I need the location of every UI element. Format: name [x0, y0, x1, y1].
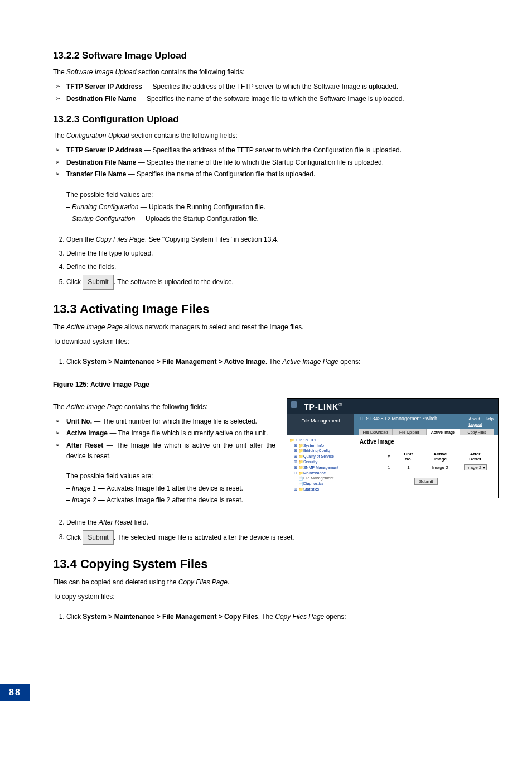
tree-bridging[interactable]: ⊞ 📁Bridging Config	[289, 448, 351, 454]
steps-after-reset: Define the After Reset field. Click Subm…	[53, 516, 499, 545]
steps-13-3: Click System > Maintenance > File Manage…	[53, 356, 499, 368]
heading-13-2-2: 13.2.2 Software Image Upload	[53, 50, 499, 61]
step-item: Define the fields.	[66, 261, 499, 273]
table-row: 1 1 Image 2 Image 2 ▾	[383, 464, 491, 471]
brand-logo: TP-LINK®	[304, 402, 492, 411]
td-hash: 1	[383, 464, 394, 471]
td-unit: 1	[395, 464, 421, 471]
screenshot-active-image: TP-LINK® File Management TL-SL3428 L2 Ma…	[287, 398, 499, 498]
fields-list: Unit No. — The unit number for which the…	[53, 416, 275, 461]
tab-active-image[interactable]: Active Image	[427, 429, 461, 435]
list-item: Transfer File Name — Specifies the name …	[53, 169, 499, 180]
intro-13-4-copy: To copy system files:	[53, 592, 499, 602]
nav-tree: 📁 192.168.0.1 ⊞ 📁System Info ⊞ 📁Bridging…	[287, 435, 354, 498]
help-link[interactable]: Help	[485, 416, 494, 421]
steps-upload: Open the Copy Files Page. See "Copying S…	[53, 233, 499, 290]
active-image-table: # Unit No. Active Image After Reset 1 1 …	[382, 449, 492, 472]
sub-possible: The possible field values are:	[66, 190, 499, 200]
th-after: After Reset	[459, 450, 491, 463]
side-heading: File Management	[287, 414, 354, 435]
submit-button[interactable]: Submit	[83, 530, 113, 545]
tab-copy-files[interactable]: Copy Files	[460, 429, 494, 435]
td-active: Image 2	[422, 464, 458, 471]
heading-13-3: 13.3 Activating Image Files	[53, 302, 499, 316]
list-item: Unit No. — The unit number for which the…	[53, 416, 275, 427]
panel-active-image: Active Image # Unit No. Active Image Aft…	[354, 435, 498, 498]
sub-possible-2: The possible field values are:	[66, 471, 275, 482]
fields-intro: The Active Image Page contains the follo…	[53, 402, 275, 412]
tab-file-download[interactable]: File Download	[359, 429, 393, 435]
list-item: Active Image — The Image file which is c…	[53, 428, 275, 439]
figure-caption: Figure 125: Active Image Page	[53, 381, 499, 388]
th-active: Active Image	[422, 450, 458, 463]
th-unit: Unit No.	[395, 450, 421, 463]
sub-image2: – Image 2 — Activates Image file 2 after…	[66, 495, 275, 506]
step-item: Define the After Reset field.	[66, 516, 499, 529]
intro-13-2-3: The Configuration Upload section contain…	[53, 131, 499, 141]
step-item: Click System > Maintenance > File Manage…	[66, 611, 499, 623]
panel-submit-button[interactable]: Submit	[414, 478, 438, 485]
tree-statistics[interactable]: ⊞ 📁Statistics	[289, 487, 351, 492]
submit-button[interactable]: Submit	[83, 275, 113, 290]
tab-file-upload[interactable]: File Upload	[393, 429, 427, 435]
switch-title: TL-SL3428 L2 Management Switch	[359, 416, 437, 421]
list-item: TFTP Server IP Address — Specifies the a…	[53, 145, 499, 156]
intro-13-3: The Active Image Page allows network man…	[53, 322, 499, 332]
sub-image1: – Image 1 — Activates Image file 1 after…	[66, 483, 275, 494]
list-item: TFTP Server IP Address — Specifies the a…	[53, 81, 499, 92]
tree-snmp[interactable]: ⊞ 📁SNMP Management	[289, 465, 351, 470]
after-reset-select[interactable]: Image 2 ▾	[464, 464, 487, 470]
tree-ip[interactable]: 📁 192.168.0.1	[289, 438, 351, 443]
list-item: Destination File Name — Specifies the na…	[53, 157, 499, 168]
shot-header: TP-LINK®	[287, 399, 498, 414]
sub-startup: – Startup Configuration — Uploads the St…	[66, 214, 499, 224]
step-item: Click System > Maintenance > File Manage…	[66, 356, 499, 368]
tree-diagnostics[interactable]: 📄Diagnostics	[289, 481, 351, 487]
page-number: 88	[0, 684, 30, 701]
sub-running: – Running Configuration — Uploads the Ru…	[66, 202, 499, 213]
tree-maintenance[interactable]: ⊟ 📁Maintenance	[289, 470, 351, 476]
intro-13-4: Files can be copied and deleted using th…	[53, 577, 499, 587]
step-item: Click Submit. The software is uploaded t…	[66, 275, 499, 290]
intro-13-2-2: The Software Image Upload section contai…	[53, 67, 499, 77]
tree-file-mgmt[interactable]: 📄File Management	[289, 475, 351, 481]
tab-bar: File Download File Upload Active Image C…	[359, 429, 494, 435]
panel-title: Active Image	[360, 439, 492, 445]
tree-qos[interactable]: ⊞ 📁Quality of Service	[289, 454, 351, 459]
step-item: Click Submit. The selected image file is…	[66, 530, 499, 545]
heading-13-4: 13.4 Copying System Files	[53, 557, 499, 571]
about-link[interactable]: About	[468, 416, 480, 421]
th-hash: #	[383, 450, 394, 463]
list-13-2-3: TFTP Server IP Address — Specifies the a…	[53, 145, 499, 180]
list-item: After Reset — The Image file which is ac…	[53, 440, 275, 461]
heading-13-2-3: 13.2.3 Configuration Upload	[53, 114, 499, 125]
step-item: Open the Copy Files Page. See "Copying S…	[66, 233, 499, 246]
steps-13-4: Click System > Maintenance > File Manage…	[53, 611, 499, 623]
tree-system-info[interactable]: ⊞ 📁System Info	[289, 443, 351, 449]
tree-security[interactable]: ⊞ 📁Security	[289, 459, 351, 465]
logout-link[interactable]: Logout	[468, 422, 482, 427]
list-item: Destination File Name — Specifies the na…	[53, 94, 499, 104]
step-item: Define the file type to upload.	[66, 247, 499, 260]
logo-icon	[291, 401, 297, 408]
intro-13-3-download: To download system files:	[53, 337, 499, 347]
list-13-2-2: TFTP Server IP Address — Specifies the a…	[53, 81, 499, 104]
